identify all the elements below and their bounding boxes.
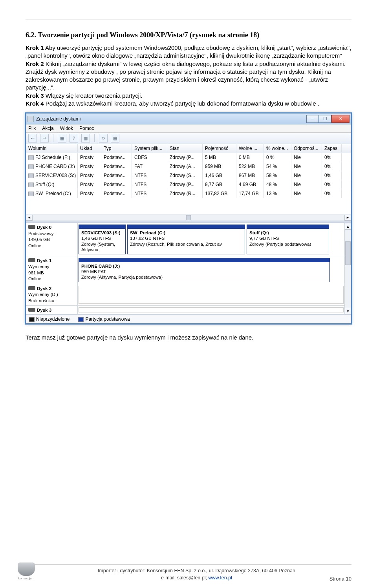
table-cell: 959 MB: [203, 162, 236, 171]
table-cell: NTFS: [132, 180, 167, 189]
footer-line2-prefix: e-mail: sales@fen.pl;: [161, 575, 208, 581]
table-row[interactable]: SW_Preload (C:)ProstyPodstaw...NTFSZdrow…: [26, 189, 351, 198]
list-header: Wolumin Układ Typ System plik... Stan Po…: [26, 144, 351, 153]
disk-row: Dysk 2Wymienny (D:)Brak nośnika: [26, 284, 344, 306]
disk-row: Dysk 1Wymienny961 MBOnlinePHONE CARD (J:…: [26, 256, 344, 284]
table-cell: Nie: [291, 180, 322, 189]
volume-icon: [28, 173, 34, 178]
volume-icon: [28, 192, 34, 196]
refresh-button[interactable]: ⟳: [99, 134, 108, 142]
menu-action[interactable]: Akcja: [42, 126, 53, 131]
view-button[interactable]: ▦: [58, 134, 66, 142]
table-cell: 4,69 GB: [236, 180, 264, 189]
col-volume[interactable]: Wolumin: [26, 144, 78, 153]
partition[interactable]: Stuff (Q:)9,77 GB NTFSZdrowy (Partycja p…: [247, 225, 329, 254]
window-title: Zarządzanie dyskami: [36, 116, 306, 122]
list-button[interactable]: ▤: [111, 134, 119, 142]
table-cell: Nie: [291, 162, 322, 171]
col-overhead[interactable]: Zapas: [322, 144, 342, 153]
partition[interactable]: SERVICEV003 (S:)1,46 GB NTFSZdrowy (Syst…: [79, 225, 126, 254]
table-cell: 0 MB: [236, 153, 264, 162]
disk-header[interactable]: Dysk 1Wymienny961 MBOnline: [26, 256, 78, 284]
table-cell: Zdrowy (P...: [167, 153, 203, 162]
menu-help[interactable]: Pomoc: [79, 126, 94, 131]
menubar: Plik Akcja Widok Pomoc: [26, 124, 351, 133]
partition-empty[interactable]: [79, 286, 344, 304]
vertical-scrollbar[interactable]: ▲ ▼: [344, 223, 351, 314]
legend-primary-swatch: [78, 317, 84, 322]
step2-text: Kliknij „zarządzanie dyskami" w lewej cz…: [26, 60, 346, 91]
table-cell: FAT: [132, 162, 167, 171]
menu-view[interactable]: Widok: [60, 126, 73, 131]
scroll-up-icon[interactable]: ▲: [345, 223, 351, 230]
footer-line1: Importer i dystrybutor: Konsorcjum FEN S…: [98, 568, 295, 573]
table-cell: SERVICEV003 (S:): [26, 171, 78, 180]
step3-text: Włączy się kreator tworzenia partycji.: [44, 92, 143, 99]
table-cell: 0%: [322, 171, 342, 180]
table-cell: Prosty: [78, 162, 101, 171]
minimize-button[interactable]: ─: [306, 115, 319, 123]
col-pctfree[interactable]: % wolne...: [264, 144, 291, 153]
disk-header[interactable]: Dysk 3Wymienny (G:): [26, 306, 78, 314]
page-number: Strona 10: [329, 576, 351, 582]
logo-text: konsorcjum: [18, 577, 35, 580]
partition[interactable]: PHONE CARD (J:)959 MB FATZdrowy (Aktywna…: [79, 258, 330, 282]
col-fault[interactable]: Odpornoś...: [291, 144, 322, 153]
col-free[interactable]: Wolne ...: [236, 144, 264, 153]
scroll-right-icon[interactable]: ►: [344, 215, 351, 221]
table-cell: 0%: [322, 189, 342, 198]
scroll-left-icon[interactable]: ◄: [26, 215, 33, 221]
table-row[interactable]: Stuff (Q:)ProstyPodstaw...NTFSZdrowy (P.…: [26, 180, 351, 189]
logo: konsorcjum: [16, 561, 37, 582]
table-cell: 9,77 GB: [203, 180, 236, 189]
back-button[interactable]: ⇐: [28, 134, 37, 142]
volume-icon: [28, 183, 34, 187]
table-cell: Podstaw...: [101, 189, 132, 198]
maximize-button[interactable]: ☐: [319, 115, 331, 123]
properties-button[interactable]: ▥: [81, 134, 90, 142]
table-cell: Podstaw...: [101, 153, 132, 162]
disk-header[interactable]: Dysk 0Podstawowy149,05 GBOnline: [26, 223, 78, 256]
menu-file[interactable]: Plik: [28, 126, 36, 131]
table-row[interactable]: SERVICEV003 (S:)ProstyPodstaw...NTFSZdro…: [26, 171, 351, 180]
close-button[interactable]: ✕: [331, 115, 350, 123]
scroll-down-icon[interactable]: ▼: [345, 308, 351, 314]
table-row[interactable]: PHONE CARD (J:)ProstyPodstaw...FATZdrowy…: [26, 162, 351, 171]
forward-button[interactable]: ⇒: [40, 134, 49, 142]
closing-text: Teraz masz już gotowe partycje na dysku …: [26, 334, 351, 341]
table-cell: Podstaw...: [101, 180, 132, 189]
table-cell: CDFS: [132, 153, 167, 162]
table-cell: 0%: [322, 180, 342, 189]
table-cell: NTFS: [132, 189, 167, 198]
table-cell: Nie: [291, 153, 322, 162]
legend-primary-label: Partycja podstawowa: [85, 316, 130, 322]
col-type[interactable]: Typ: [101, 144, 132, 153]
titlebar[interactable]: Zarządzanie dyskami ─ ☐ ✕: [26, 113, 351, 124]
volume-list: Wolumin Układ Typ System plik... Stan Po…: [26, 144, 351, 221]
drive-icon: [28, 308, 35, 312]
table-cell: 54 %: [264, 162, 291, 171]
table-cell: Zdrowy (A...: [167, 162, 203, 171]
table-row[interactable]: FJ Schedule (F:)ProstyPodstaw...CDFSZdro…: [26, 153, 351, 162]
table-cell: 48 %: [264, 180, 291, 189]
partition[interactable]: SW_Preload (C:)137,82 GB NTFSZdrowy (Roz…: [127, 225, 245, 254]
scroll-thumb[interactable]: [186, 215, 191, 220]
table-cell: Prosty: [78, 171, 101, 180]
disk-header[interactable]: Dysk 2Wymienny (D:)Brak nośnika: [26, 284, 78, 306]
vscroll-thumb[interactable]: [345, 241, 351, 265]
legend: Nieprzydzielone Partycja podstawowa: [26, 314, 351, 323]
col-status[interactable]: Stan: [167, 144, 203, 153]
col-capacity[interactable]: Pojemność: [203, 144, 236, 153]
table-cell: 17,74 GB: [236, 189, 264, 198]
horizontal-scrollbar[interactable]: ◄ ►: [26, 214, 351, 221]
partition-empty[interactable]: [79, 307, 344, 312]
partitions: [78, 284, 344, 306]
table-cell: 1,46 GB: [203, 171, 236, 180]
step1-label: Krok 1: [26, 44, 44, 51]
col-filesystem[interactable]: System plik...: [132, 144, 167, 153]
col-layout[interactable]: Układ: [78, 144, 101, 153]
table-cell: 0 %: [264, 153, 291, 162]
disk-management-window: Zarządzanie dyskami ─ ☐ ✕ Plik Akcja Wid…: [26, 113, 351, 324]
help-button[interactable]: ?: [70, 134, 78, 142]
footer-link[interactable]: www.fen.pl: [208, 575, 232, 581]
